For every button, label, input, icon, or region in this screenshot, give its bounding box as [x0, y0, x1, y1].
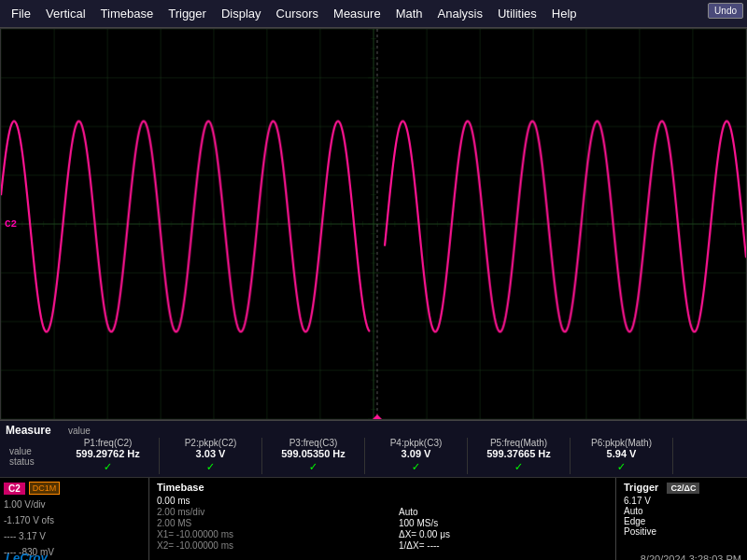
meas-col-check-0: ✓: [105, 459, 112, 474]
menu-vertical[interactable]: Vertical: [38, 5, 93, 22]
menubar: File Vertical Timebase Trigger Display C…: [0, 0, 747, 28]
tb-label-3: X1= -10.00000 ms: [157, 529, 391, 539]
menu-trigger[interactable]: Trigger: [161, 5, 214, 22]
meas-col-0: P1:freq(C2)599.29762 Hz✓: [57, 438, 160, 474]
ch-param-1: -1.170 V ofs: [4, 513, 145, 527]
channel-tag: C2: [4, 483, 25, 495]
meas-row2-label: status: [9, 456, 35, 467]
trigger-panel: Trigger C2/ΔC 6.17 VAutoEdgePositive: [616, 478, 747, 560]
meas-col-header-4: P5:freq(Math): [490, 438, 547, 448]
tb-label-4: X2= -10.00000 ms: [157, 540, 391, 551]
meas-col-value-5: 5.94 V: [607, 448, 637, 459]
meas-col-2: P3:freq(C3)599.05350 Hz✓: [262, 438, 365, 474]
meas-col-check-1: ✓: [207, 459, 215, 474]
menu-utilities[interactable]: Utilities: [490, 5, 544, 22]
tb-value-1: Auto: [399, 507, 608, 517]
menu-math[interactable]: Math: [388, 5, 430, 22]
meas-row1-label: value: [9, 446, 32, 456]
meas-col-check-3: ✓: [413, 459, 420, 474]
ch-param-2: ---- 3.17 V: [4, 529, 145, 543]
trigger-rows: 6.17 VAutoEdgePositive: [624, 496, 740, 537]
trigger-header: Trigger C2/ΔC: [624, 482, 740, 493]
menu-file[interactable]: File: [4, 5, 38, 22]
tb-value-4: 1/ΔX= ----: [399, 540, 608, 551]
tr-value-0: 6.17 V: [624, 496, 740, 506]
meas-col-check-5: ✓: [618, 459, 626, 474]
tr-value-1: Auto: [624, 506, 740, 516]
tb-label-1: 2.00 ms/div: [157, 507, 391, 517]
meas-col-3: P4:pkpk(C3)3.09 V✓: [365, 438, 468, 474]
datetime: 8/20/2024 3:28:03 PM: [641, 553, 741, 560]
timebase-rows: 0.00 ms2.00 ms/divAuto2.00 MS100 MS/sX1=…: [157, 496, 608, 551]
tb-value-0: 0.00 ms: [157, 496, 608, 506]
meas-col-value-0: 599.29762 Hz: [76, 448, 140, 459]
tb-label-2: 2.00 MS: [157, 518, 391, 528]
measure-title: Measure: [6, 424, 57, 437]
tr-value-2: Edge: [624, 516, 740, 526]
meas-col-value-4: 599.37665 Hz: [486, 448, 551, 459]
meas-col-4: P5:freq(Math)599.37665 Hz✓: [468, 438, 571, 474]
channel-info: C2 DC1M 1.00 V/div-1.170 V ofs---- 3.17 …: [0, 478, 149, 560]
meas-col-5: P6:pkpk(Math)5.94 V✓: [571, 438, 673, 474]
menu-display[interactable]: Display: [214, 5, 269, 22]
trigger-channel-badge: C2/ΔC: [667, 483, 699, 494]
timebase-header: Timebase: [157, 482, 608, 493]
meas-col-header-5: P6:pkpk(Math): [591, 438, 652, 448]
measure-value-label: value: [68, 426, 91, 436]
menu-analysis[interactable]: Analysis: [430, 5, 490, 22]
undo-button[interactable]: Undo: [708, 3, 743, 19]
meas-col-value-1: 3.03 V: [196, 448, 226, 459]
menu-help[interactable]: Help: [544, 5, 585, 22]
grid-canvas: [1, 29, 746, 419]
coupling-tag: DC1M: [29, 482, 61, 495]
tb-value-2: 100 MS/s: [399, 518, 608, 528]
meas-col-check-4: ✓: [515, 459, 523, 474]
menu-measure[interactable]: Measure: [326, 5, 388, 22]
meas-col-header-3: P4:pkpk(C3): [390, 438, 443, 448]
tr-value-3: Positive: [624, 526, 740, 537]
timebase-panel: Timebase 0.00 ms2.00 ms/divAuto2.00 MS10…: [149, 478, 616, 560]
meas-col-header-1: P2:pkpk(C2): [185, 438, 237, 448]
oscilloscope-display: C2: [0, 28, 747, 420]
info-bar: C2 DC1M 1.00 V/div-1.170 V ofs---- 3.17 …: [0, 477, 747, 560]
channel-c2-label: C2: [5, 218, 17, 230]
ch-param-0: 1.00 V/div: [4, 497, 145, 511]
menu-timebase[interactable]: Timebase: [93, 5, 162, 22]
measure-bar: Measure value value status P1:freq(C2)59…: [0, 420, 747, 477]
meas-col-header-2: P3:freq(C3): [289, 438, 338, 448]
tb-value-3: ΔX= 0.00 μs: [399, 529, 608, 539]
meas-col-1: P2:pkpk(C2)3.03 V✓: [160, 438, 262, 474]
meas-col-check-2: ✓: [310, 459, 317, 474]
meas-col-value-3: 3.09 V: [402, 448, 431, 459]
meas-col-header-0: P1:freq(C2): [84, 438, 133, 448]
measure-row: value status P1:freq(C2)599.29762 Hz✓P2:…: [6, 438, 741, 474]
lecroy-logo: LeCroy: [6, 551, 48, 560]
meas-col-value-2: 599.05350 Hz: [281, 448, 345, 459]
menu-cursors[interactable]: Cursors: [269, 5, 327, 22]
